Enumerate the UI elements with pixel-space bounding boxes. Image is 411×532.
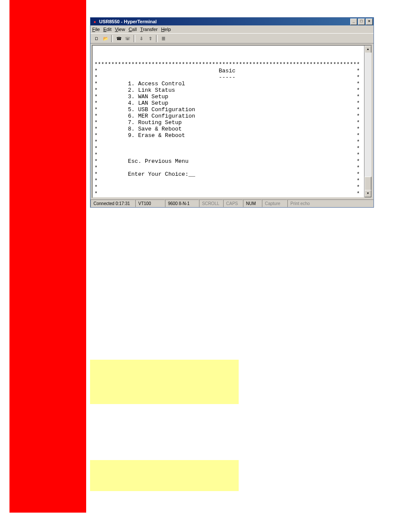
highlight-box-1 bbox=[90, 360, 239, 404]
scroll-track[interactable] bbox=[364, 53, 371, 190]
open-file-icon[interactable]: 📂 bbox=[101, 34, 109, 43]
minimize-button[interactable]: _ bbox=[350, 19, 357, 25]
send-icon[interactable]: ⇩ bbox=[137, 34, 145, 43]
menu-file[interactable]: File bbox=[92, 27, 100, 32]
close-button[interactable]: × bbox=[366, 19, 373, 25]
toolbar-separator bbox=[111, 35, 113, 42]
toolbar: 🗋 📂 ☎ ☏ ⇩ ⇧ ☰ bbox=[90, 33, 374, 44]
window-title: USR8550 - HyperTerminal bbox=[99, 19, 157, 24]
receive-icon[interactable]: ⇧ bbox=[146, 34, 154, 43]
scroll-thumb[interactable] bbox=[364, 177, 371, 190]
toolbar-separator bbox=[156, 35, 158, 42]
connect-icon[interactable]: ☎ bbox=[115, 34, 123, 43]
menubar: File Edit View Call Transfer Help bbox=[90, 25, 374, 33]
titlebar[interactable]: USR8550 - HyperTerminal _ □ × bbox=[90, 18, 374, 25]
menu-call[interactable]: Call bbox=[128, 27, 137, 32]
maximize-button[interactable]: □ bbox=[358, 19, 365, 25]
vertical-scrollbar[interactable]: ▴ ▾ bbox=[364, 46, 371, 197]
hyperterminal-window: USR8550 - HyperTerminal _ □ × File Edit … bbox=[90, 17, 374, 208]
new-file-icon[interactable]: 🗋 bbox=[92, 34, 100, 43]
menu-edit[interactable]: Edit bbox=[103, 27, 112, 32]
window-controls: _ □ × bbox=[350, 19, 373, 25]
properties-icon[interactable]: ☰ bbox=[159, 34, 168, 43]
highlight-box-2 bbox=[90, 460, 239, 491]
scroll-down-icon[interactable]: ▾ bbox=[364, 190, 371, 197]
app-icon bbox=[92, 19, 97, 24]
toolbar-separator bbox=[134, 35, 135, 42]
scroll-up-icon[interactable]: ▴ bbox=[364, 46, 371, 53]
document-body bbox=[90, 205, 373, 491]
disconnect-icon[interactable]: ☏ bbox=[124, 34, 132, 43]
menu-transfer[interactable]: Transfer bbox=[140, 27, 158, 32]
red-sidebar bbox=[9, 0, 86, 513]
menu-view[interactable]: View bbox=[115, 27, 125, 32]
terminal-container: ****************************************… bbox=[92, 45, 372, 198]
terminal-output[interactable]: ****************************************… bbox=[93, 46, 371, 197]
menu-help[interactable]: Help bbox=[161, 27, 171, 32]
